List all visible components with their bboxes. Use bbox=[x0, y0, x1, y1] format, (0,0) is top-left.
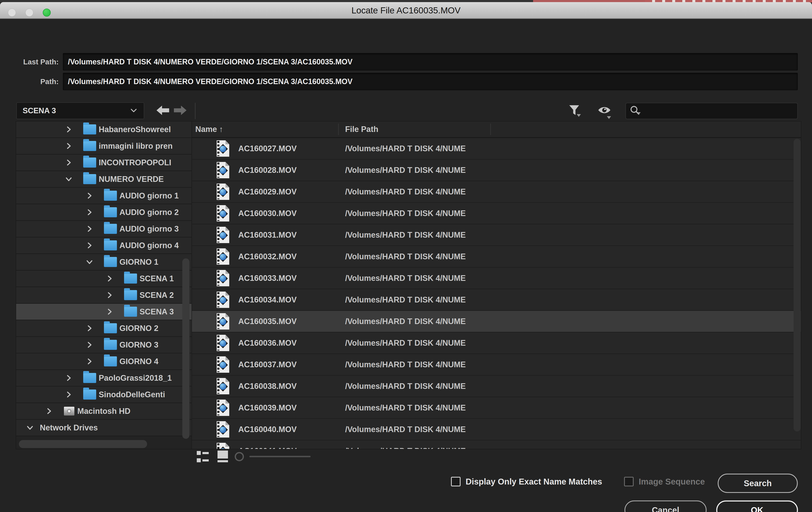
file-list: Name ↑ File Path AC160027.MOV /Volumes/H… bbox=[192, 121, 801, 449]
tree-item[interactable]: AUDIO giorno 2 bbox=[16, 204, 196, 221]
tree-item[interactable]: Macintosh HD bbox=[16, 403, 196, 420]
cancel-button[interactable]: Cancel bbox=[625, 501, 706, 512]
tree-item[interactable]: AUDIO giorno 3 bbox=[16, 221, 196, 238]
chevron-right-icon[interactable] bbox=[65, 142, 76, 150]
thumbnail-size-slider-handle[interactable] bbox=[235, 452, 244, 461]
chevron-right-icon[interactable] bbox=[65, 374, 76, 381]
file-path: /Volumes/HARD T DISK 4/NUME bbox=[345, 425, 488, 434]
tree-item[interactable]: SCENA 2 bbox=[16, 287, 196, 304]
file-row[interactable]: AC160036.MOV /Volumes/HARD T DISK 4/NUME bbox=[192, 332, 801, 354]
tree-item[interactable]: GIORNO 2 bbox=[16, 320, 196, 337]
chevron-right-icon[interactable] bbox=[86, 225, 97, 233]
tree-item-label: GIORNO 3 bbox=[119, 341, 158, 349]
tree-item-label: AUDIO giorno 2 bbox=[119, 208, 179, 217]
chevron-right-icon[interactable] bbox=[106, 292, 117, 299]
tree-item[interactable]: AUDIO giorno 1 bbox=[16, 188, 196, 204]
file-row[interactable]: AC160040.MOV /Volumes/HARD T DISK 4/NUME bbox=[192, 419, 801, 440]
display-only-exact-checkbox[interactable] bbox=[451, 477, 461, 486]
file-path: /Volumes/HARD T DISK 4/NUME bbox=[345, 144, 488, 153]
tree-horizontal-scrollbar[interactable] bbox=[19, 440, 147, 448]
chevron-right-icon[interactable] bbox=[65, 159, 76, 166]
file-row[interactable]: AC160029.MOV /Volumes/HARD T DISK 4/NUME bbox=[192, 181, 801, 203]
dialog-title: Locate File AC160035.MOV bbox=[0, 2, 812, 19]
chevron-right-icon[interactable] bbox=[86, 358, 97, 365]
chevron-right-icon[interactable] bbox=[65, 391, 76, 398]
search-button[interactable]: Search bbox=[718, 474, 798, 493]
screen: Locate File AC160035.MOV Last Path: /Vol… bbox=[0, 0, 812, 512]
folder-icon bbox=[124, 307, 137, 317]
chevron-down-icon[interactable] bbox=[65, 176, 76, 183]
last-path-field[interactable]: /Volumes/HARD T DISK 4/NUMERO VERDE/GIOR… bbox=[63, 53, 798, 71]
filter-icon[interactable] bbox=[568, 104, 580, 117]
eye-icon[interactable] bbox=[598, 105, 611, 116]
file-row[interactable]: AC160027.MOV /Volumes/HARD T DISK 4/NUME bbox=[192, 138, 801, 160]
search-input[interactable] bbox=[643, 107, 793, 115]
tree-item[interactable]: SinodoDelleGenti bbox=[16, 386, 196, 403]
chevron-down-icon[interactable] bbox=[26, 424, 37, 431]
file-row[interactable]: AC160033.MOV /Volumes/HARD T DISK 4/NUME bbox=[192, 268, 801, 289]
ok-button[interactable]: OK bbox=[716, 501, 798, 512]
column-divider[interactable] bbox=[490, 124, 491, 135]
tree-item[interactable]: SCENA 3 bbox=[16, 304, 196, 320]
video-clip-icon bbox=[217, 162, 229, 178]
video-clip-icon bbox=[217, 227, 229, 243]
file-name: AC160041.MOV bbox=[238, 447, 297, 449]
tree-item[interactable]: GIORNO 4 bbox=[16, 353, 196, 370]
file-row[interactable]: AC160034.MOV /Volumes/HARD T DISK 4/NUME bbox=[192, 289, 801, 311]
tree-item[interactable]: PaoloGrassi2018_1 bbox=[16, 370, 196, 386]
thumbnail-size-slider-track[interactable] bbox=[249, 456, 311, 457]
file-row[interactable]: AC160038.MOV /Volumes/HARD T DISK 4/NUME bbox=[192, 376, 801, 397]
file-row[interactable]: AC160030.MOV /Volumes/HARD T DISK 4/NUME bbox=[192, 203, 801, 224]
folder-dropdown[interactable]: SCENA 3 bbox=[16, 102, 144, 119]
folder-icon bbox=[104, 240, 117, 250]
column-divider[interactable] bbox=[338, 124, 339, 135]
tree-item[interactable]: SCENA 1 bbox=[16, 271, 196, 287]
chevron-right-icon[interactable] bbox=[86, 325, 97, 332]
tree-item[interactable]: Network Drives bbox=[16, 420, 196, 436]
tree-item-label: AUDIO giorno 4 bbox=[119, 241, 179, 250]
tree-item-label: INCONTROPOPOLI bbox=[99, 158, 171, 167]
tree-item[interactable]: INCONTROPOPOLI bbox=[16, 155, 196, 171]
file-row[interactable]: AC160041.MOV /Volumes/HARD T DISK 4/NUME bbox=[192, 440, 801, 449]
image-sequence-checkbox[interactable] bbox=[624, 477, 634, 486]
tree-item[interactable]: NUMERO VERDE bbox=[16, 171, 196, 188]
chevron-right-icon[interactable] bbox=[86, 209, 97, 216]
list-view-icon[interactable] bbox=[197, 451, 209, 462]
forward-arrow-icon[interactable] bbox=[174, 105, 187, 116]
file-row[interactable]: AC160039.MOV /Volumes/HARD T DISK 4/NUME bbox=[192, 397, 801, 419]
tree-item[interactable]: AUDIO giorno 4 bbox=[16, 238, 196, 254]
file-path-column-header[interactable]: File Path bbox=[345, 122, 378, 137]
chevron-down-icon[interactable] bbox=[86, 259, 97, 266]
dialog-titlebar[interactable]: Locate File AC160035.MOV bbox=[0, 2, 812, 19]
thumbnail-view-icon[interactable] bbox=[218, 451, 228, 463]
file-row[interactable]: AC160037.MOV /Volumes/HARD T DISK 4/NUME bbox=[192, 354, 801, 376]
chevron-right-icon[interactable] bbox=[86, 242, 97, 249]
chevron-down-icon bbox=[129, 106, 138, 115]
search-field[interactable] bbox=[626, 103, 798, 119]
chevron-right-icon[interactable] bbox=[46, 408, 56, 415]
file-row[interactable]: AC160032.MOV /Volumes/HARD T DISK 4/NUME bbox=[192, 246, 801, 268]
tree-item[interactable]: GIORNO 3 bbox=[16, 337, 196, 353]
list-vertical-scrollbar[interactable] bbox=[793, 139, 801, 431]
file-row[interactable]: AC160028.MOV /Volumes/HARD T DISK 4/NUME bbox=[192, 160, 801, 181]
chevron-right-icon[interactable] bbox=[106, 275, 117, 282]
chevron-right-icon[interactable] bbox=[86, 192, 97, 199]
back-arrow-icon[interactable] bbox=[156, 105, 170, 116]
file-path: /Volumes/HARD T DISK 4/NUME bbox=[345, 252, 488, 261]
tree-vertical-scrollbar[interactable] bbox=[182, 259, 190, 439]
folder-icon bbox=[83, 141, 96, 151]
tree-item-label: SCENA 3 bbox=[140, 307, 174, 316]
chevron-right-icon[interactable] bbox=[106, 308, 117, 315]
tree-item[interactable]: HabaneroShowreel bbox=[16, 122, 196, 138]
path-field[interactable]: /Volumes/HARD T DISK 4/NUMERO VERDE/GIOR… bbox=[63, 73, 798, 90]
chevron-right-icon[interactable] bbox=[86, 341, 97, 348]
file-rows: AC160027.MOV /Volumes/HARD T DISK 4/NUME… bbox=[192, 138, 801, 449]
chevron-right-icon[interactable] bbox=[65, 126, 76, 133]
tree-item[interactable]: GIORNO 1 bbox=[16, 254, 196, 271]
last-path-label: Last Path: bbox=[12, 53, 59, 71]
file-row[interactable]: AC160035.MOV /Volumes/HARD T DISK 4/NUME bbox=[192, 311, 801, 332]
file-row[interactable]: AC160031.MOV /Volumes/HARD T DISK 4/NUME bbox=[192, 224, 801, 246]
tree-item[interactable]: immagini libro pren bbox=[16, 138, 196, 155]
folder-icon bbox=[83, 389, 96, 400]
name-column-header[interactable]: Name ↑ bbox=[195, 122, 223, 137]
